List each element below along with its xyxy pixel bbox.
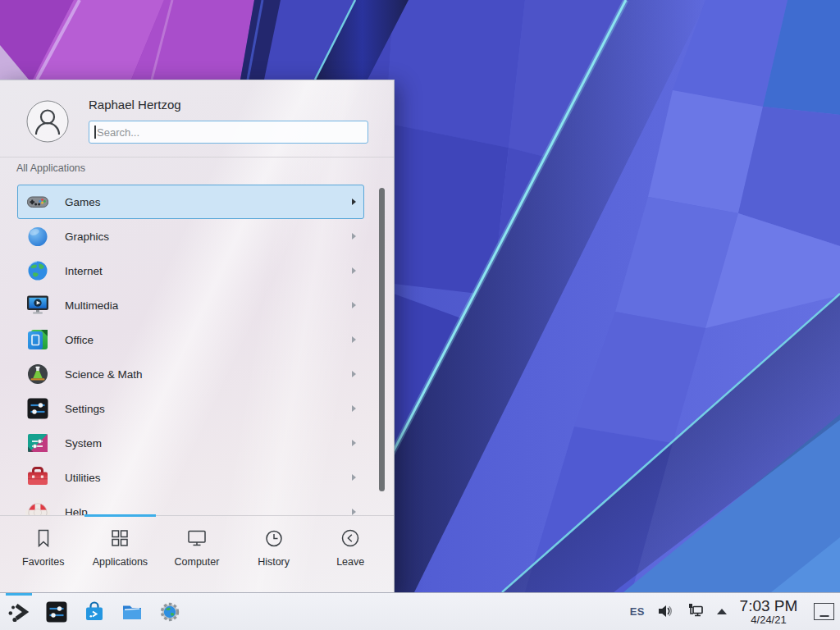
- back-circle-icon: [340, 527, 361, 549]
- sliders-dark-icon: [25, 396, 50, 421]
- submenu-arrow-icon: [352, 405, 356, 412]
- file-manager-folder-icon: [120, 600, 144, 624]
- launcher-header: Raphael Hertzog: [0, 80, 394, 158]
- tab-computer[interactable]: Computer: [158, 516, 235, 592]
- tab-label: History: [258, 556, 290, 568]
- menu-item-settings[interactable]: Settings: [17, 391, 364, 426]
- menu-item-label: Internet: [65, 265, 103, 277]
- taskbar: ES 7:03 PM 4/24/21: [0, 592, 840, 630]
- clock-icon: [263, 527, 285, 549]
- web-settings-launcher[interactable]: [158, 600, 182, 624]
- launcher-active-indicator: [6, 593, 32, 596]
- globe-icon: [25, 258, 50, 283]
- menu-item-science-math[interactable]: Science & Math: [17, 357, 364, 391]
- menu-item-graphics[interactable]: Graphics: [17, 219, 364, 253]
- section-label: All Applications: [16, 162, 85, 174]
- discover-launcher[interactable]: [82, 600, 107, 624]
- system-settings-icon: [44, 600, 69, 624]
- application-launcher-menu: Raphael Hertzog All Applications: [0, 80, 395, 592]
- menu-item-multimedia[interactable]: Multimedia: [17, 288, 364, 322]
- document-stack-icon: [25, 327, 50, 352]
- file-manager-launcher[interactable]: [120, 600, 144, 624]
- tab-label: Favorites: [22, 556, 64, 568]
- menu-item-label: Multimedia: [65, 299, 118, 312]
- submenu-arrow-icon: [352, 199, 356, 205]
- submenu-arrow-icon: [352, 233, 356, 240]
- submenu-arrow-icon: [352, 371, 356, 377]
- system-settings-launcher[interactable]: [44, 600, 69, 624]
- menu-item-system[interactable]: System: [17, 426, 364, 460]
- tab-applications[interactable]: Applications: [82, 516, 159, 592]
- audio-volume-icon[interactable]: [656, 602, 674, 620]
- user-avatar[interactable]: [26, 100, 69, 143]
- sphere-icon: [25, 224, 50, 249]
- clock-time: 7:03 PM: [738, 598, 799, 614]
- search-input[interactable]: [89, 121, 368, 144]
- submenu-arrow-icon: [352, 302, 356, 308]
- menu-item-office[interactable]: Office: [17, 322, 364, 357]
- submenu-arrow-icon: [352, 267, 356, 274]
- menu-item-label: System: [65, 437, 102, 450]
- bookmark-icon: [33, 527, 54, 549]
- flask-icon: [25, 362, 50, 386]
- menu-item-label: Office: [65, 334, 94, 346]
- tab-leave[interactable]: Leave: [312, 516, 389, 592]
- submenu-arrow-icon: [352, 474, 356, 481]
- app-launcher-icon: [7, 600, 31, 624]
- keyboard-layout-indicator[interactable]: ES: [630, 605, 645, 618]
- menu-item-label: Settings: [65, 403, 105, 415]
- user-name: Raphael Hertzog: [89, 98, 181, 112]
- app-launcher-button[interactable]: [7, 600, 31, 624]
- menu-item-label: Utilities: [65, 472, 101, 484]
- network-wired-icon[interactable]: [686, 601, 705, 621]
- tab-label: Leave: [336, 556, 364, 568]
- clock-date: 4/24/21: [738, 614, 799, 626]
- submenu-arrow-icon: [352, 440, 356, 446]
- toolbox-icon: [25, 465, 50, 490]
- discover-bag-icon: [82, 600, 107, 624]
- show-desktop-button[interactable]: [814, 603, 834, 620]
- digital-clock[interactable]: 7:03 PM 4/24/21: [738, 598, 799, 626]
- menu-item-internet[interactable]: Internet: [17, 253, 364, 288]
- tab-label: Computer: [175, 556, 220, 568]
- launcher-tab-bar: Favorites Applications: [0, 515, 394, 592]
- menu-item-label: Graphics: [65, 231, 109, 243]
- category-list: Games Graphics: [0, 185, 394, 515]
- submenu-arrow-icon: [352, 336, 356, 343]
- lifebuoy-icon: [25, 500, 50, 515]
- menu-item-help[interactable]: Help: [17, 495, 364, 515]
- menu-item-label: Games: [65, 196, 101, 208]
- text-caret: [94, 126, 96, 139]
- tab-favorites[interactable]: Favorites: [5, 516, 82, 592]
- system-tray: ES 7:03 PM 4/24/21: [630, 598, 840, 626]
- gamepad-icon: [25, 189, 50, 214]
- web-globe-gear-icon: [158, 600, 182, 624]
- tab-label: Applications: [93, 556, 148, 568]
- sliders-color-icon: [25, 431, 50, 455]
- active-tab-indicator: [84, 514, 156, 517]
- tab-history[interactable]: History: [235, 516, 313, 592]
- user-icon: [26, 100, 69, 143]
- scrollbar[interactable]: [379, 188, 385, 491]
- expand-tray-arrow-icon[interactable]: [717, 609, 727, 614]
- menu-item-label: Science & Math: [65, 368, 143, 381]
- desktop: Raphael Hertzog All Applications: [0, 0, 840, 630]
- menu-item-games[interactable]: Games: [17, 185, 364, 219]
- submenu-arrow-icon: [352, 509, 356, 515]
- grid-icon: [109, 527, 130, 549]
- monitor-icon: [186, 527, 208, 549]
- menu-item-utilities[interactable]: Utilities: [17, 460, 364, 495]
- monitor-play-icon: [25, 293, 50, 317]
